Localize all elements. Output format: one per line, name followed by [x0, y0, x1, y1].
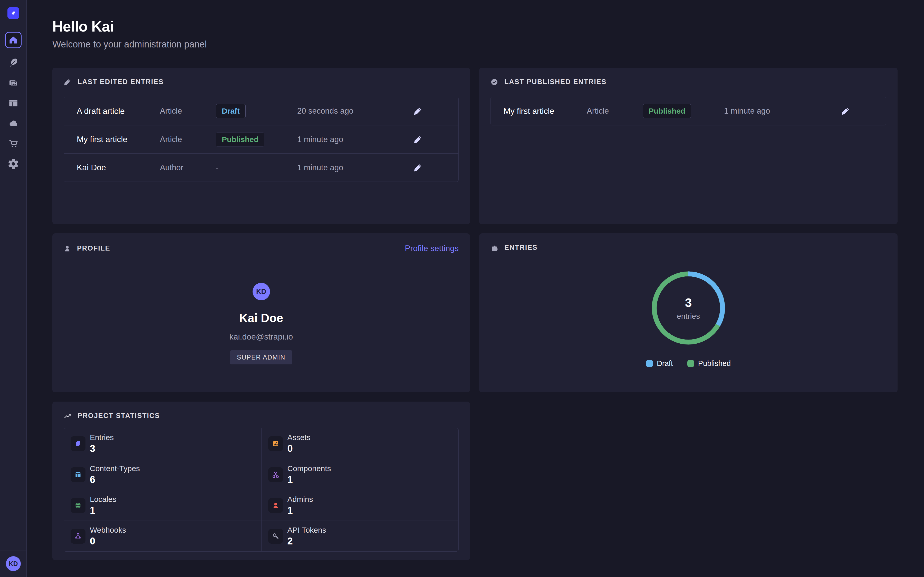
entry-name: My first article [77, 135, 160, 144]
entry-name: A draft article [77, 106, 160, 116]
sidebar-item-home[interactable] [5, 32, 21, 48]
sidebar-divider [0, 26, 27, 26]
person-icon [64, 245, 71, 252]
stat-value: 3 [90, 443, 114, 454]
sidebar-item-cloud[interactable] [7, 118, 19, 129]
stat-label: Content-Types [90, 464, 140, 473]
chart-legend: Draft Published [646, 359, 731, 368]
stat-assets: Assets 0 [261, 428, 459, 459]
edit-entry-button[interactable] [413, 163, 459, 172]
layout-icon [8, 98, 19, 108]
page-subtitle: Welcome to your administration panel [52, 39, 898, 50]
stat-label: Entries [90, 433, 114, 442]
entry-name: My first article [504, 106, 587, 116]
entries-title: ENTRIES [504, 243, 538, 251]
images-icon [8, 77, 19, 88]
stat-value: 1 [288, 505, 313, 516]
last-edited-entries-table: A draft article Article Draft 20 seconds… [64, 97, 459, 182]
locales-globe-icon [71, 498, 86, 513]
entry-time: 1 minute ago [297, 135, 413, 144]
assets-image-icon [268, 436, 283, 451]
entry-type: Author [160, 163, 216, 172]
edit-entry-button[interactable] [413, 135, 459, 144]
profile-name: Kai Doe [239, 311, 283, 325]
strapi-logo-icon [10, 10, 17, 17]
profile-settings-link[interactable]: Profile settings [405, 243, 459, 253]
gear-icon [8, 158, 19, 169]
draft-swatch [646, 360, 653, 367]
profile-avatar: KD [252, 283, 270, 300]
legend-item-draft: Draft [646, 359, 673, 368]
table-row[interactable]: My first article Article Published 1 min… [491, 97, 886, 125]
profile-title: PROFILE [77, 244, 110, 252]
strapi-logo[interactable] [7, 7, 19, 19]
stat-label: Locales [90, 495, 116, 504]
sidebar-item-marketplace[interactable] [7, 138, 19, 150]
stat-admins: Admins 1 [261, 490, 459, 521]
stat-value: 1 [288, 474, 331, 485]
status-badge: Draft [216, 104, 246, 118]
status-badge: Published [216, 132, 264, 147]
project-statistics-panel: PROJECT STATISTICS [52, 401, 470, 560]
legend-label: Published [698, 359, 731, 368]
edit-pencil-icon [413, 163, 422, 172]
edit-pencil-icon [841, 106, 850, 116]
stat-entries: Entries 3 [64, 428, 261, 459]
last-published-entries-title: LAST PUBLISHED ENTRIES [504, 78, 606, 86]
last-edited-entries-title: LAST EDITED ENTRIES [78, 78, 164, 86]
profile-email: kai.doe@strapi.io [229, 332, 293, 342]
sidebar-item-content-manager[interactable] [7, 57, 19, 68]
stat-value: 6 [90, 474, 140, 485]
last-published-entries-panel: LAST PUBLISHED ENTRIES My first article … [479, 68, 898, 224]
entry-type: Article [587, 106, 643, 116]
api-tokens-key-icon [268, 529, 283, 544]
stat-content-types: Content-Types 6 [64, 459, 261, 490]
admins-user-icon [268, 498, 283, 513]
edit-entry-button[interactable] [841, 106, 886, 116]
legend-label: Draft [657, 359, 673, 368]
pencil-icon [64, 78, 71, 86]
last-published-entries-table: My first article Article Published 1 min… [491, 97, 886, 126]
stat-label: API Tokens [288, 526, 326, 534]
stat-locales: Locales 1 [64, 490, 261, 521]
stat-label: Assets [288, 433, 310, 442]
sidebar-item-content-type-builder[interactable] [7, 97, 19, 109]
status-empty: - [216, 163, 218, 172]
stat-value: 1 [90, 505, 116, 516]
components-scissors-icon [268, 467, 283, 482]
edit-pencil-icon [413, 135, 422, 144]
puzzle-icon [491, 244, 498, 251]
stat-label: Admins [288, 495, 313, 504]
sidebar: KD [0, 0, 27, 577]
entry-time: 1 minute ago [297, 163, 413, 172]
main-content: Hello Kai Welcome to your administration… [27, 0, 924, 560]
stat-value: 0 [90, 536, 126, 547]
stat-api-tokens: API Tokens 2 [261, 521, 459, 551]
stat-components: Components 1 [261, 459, 459, 490]
sidebar-item-media-library[interactable] [7, 77, 19, 89]
entry-type: Article [160, 135, 216, 144]
table-row[interactable]: Kai Doe Author - 1 minute ago [64, 153, 459, 182]
stat-value: 0 [288, 443, 310, 454]
cloud-icon [8, 118, 19, 129]
table-row[interactable]: My first article Article Published 1 min… [64, 125, 459, 153]
donut-total: 3 [685, 296, 692, 310]
legend-item-published: Published [687, 359, 731, 368]
cart-icon [8, 138, 19, 149]
sidebar-user-avatar[interactable]: KD [6, 556, 21, 571]
home-icon [9, 35, 18, 45]
edit-entry-button[interactable] [413, 106, 459, 116]
stat-label: Webhooks [90, 526, 126, 534]
page-title: Hello Kai [52, 18, 898, 35]
trending-up-icon [64, 412, 71, 420]
sidebar-footer: KD [0, 551, 27, 577]
project-statistics-table: Entries 3 Assets [64, 428, 459, 551]
entries-file-icon [71, 436, 86, 451]
check-circle-icon [491, 78, 498, 86]
content-types-layout-icon [71, 467, 86, 482]
last-edited-entries-panel: LAST EDITED ENTRIES A draft article Arti… [52, 68, 470, 224]
role-badge: SUPER ADMIN [230, 350, 292, 364]
sidebar-item-settings[interactable] [7, 158, 19, 170]
feather-icon [8, 57, 19, 68]
table-row[interactable]: A draft article Article Draft 20 seconds… [64, 97, 459, 125]
